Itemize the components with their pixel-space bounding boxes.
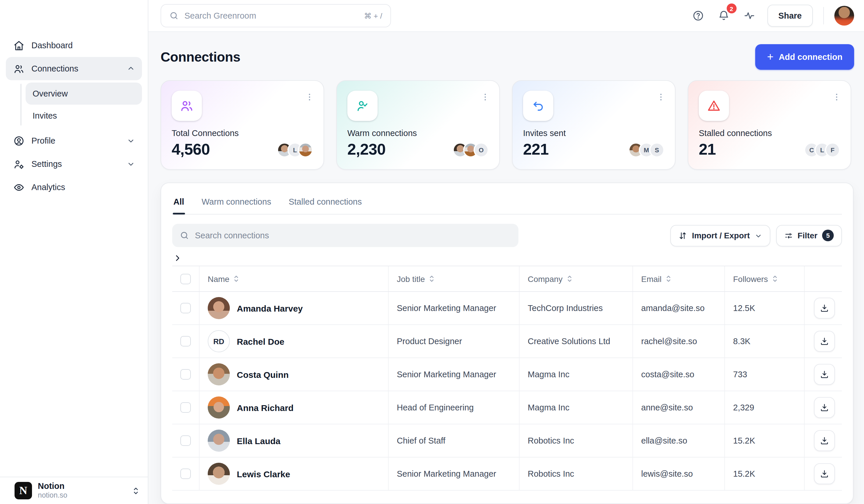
column-header-name[interactable]: Name [200,266,389,291]
download-button[interactable] [814,463,835,484]
avatar-stack: M S [628,142,664,157]
search-icon [169,11,179,20]
home-icon [13,39,24,51]
stat-card-invites-sent: Invites sent 221 M S [512,80,675,170]
connections-search-input[interactable] [195,231,511,240]
avatar [208,297,230,319]
sidebar-item-dashboard[interactable]: Dashboard [6,34,142,57]
toolbar-buttons: Import / Export Filter 5 [670,225,842,246]
undo-arrow-icon [523,91,553,121]
contact-name: Anna Richard [237,403,293,413]
contact-job: Head of Engineering [389,391,519,424]
search-icon [180,231,189,240]
filter-label: Filter [798,231,817,240]
user-gear-icon [13,158,24,170]
contact-job: Senior Marketing Manager [389,457,519,490]
column-header-followers[interactable]: Followers [725,266,805,291]
sidebar-item-connections[interactable]: Connections [6,57,142,80]
sidebar-item-label: Analytics [32,183,65,192]
sidebar-item-invites[interactable]: Invites [26,105,142,127]
download-button[interactable] [814,397,835,418]
card-menu-button[interactable] [653,89,669,105]
user-avatar[interactable] [834,6,854,26]
users-icon [13,63,24,74]
sidebar-item-label: Settings [32,159,62,169]
tab-all[interactable]: All [173,191,185,214]
contact-company: Robotics Inc [519,457,633,490]
workspace-meta: Notion notion.so [38,482,67,500]
column-header-actions [805,266,842,291]
expand-chevron-button[interactable] [172,253,183,263]
import-export-label: Import / Export [692,231,750,240]
avatar [208,430,230,452]
workspace-switcher[interactable]: N Notion notion.so [0,477,148,504]
stat-label: Warm connections [347,128,489,138]
chevron-down-icon [127,160,135,168]
activity-button[interactable] [742,8,757,23]
contact-followers: 15.2K [725,425,805,457]
column-header-company[interactable]: Company [519,266,633,291]
row-checkbox[interactable] [180,469,191,479]
card-menu-button[interactable] [477,89,493,105]
contact-name: Ella Lauda [237,436,280,445]
row-checkbox[interactable] [180,369,191,380]
chevron-up-icon [127,64,135,73]
contact-job: Product Designer [389,325,519,357]
notifications-button[interactable]: 2 [716,8,731,23]
column-header-job-title[interactable]: Job title [389,266,519,291]
contact-email: ella@site.so [633,425,725,457]
filter-button[interactable]: Filter 5 [776,225,842,246]
user-check-icon [347,91,377,121]
filter-sliders-icon [784,231,793,240]
sort-icon [233,274,239,283]
download-button[interactable] [814,364,835,385]
stat-label: Total Connections [172,128,313,138]
topbar-actions: 2 Share [690,5,854,27]
select-all-checkbox[interactable] [180,273,191,284]
row-checkbox[interactable] [180,435,191,446]
contact-email: anne@site.so [633,391,725,424]
sort-icon [665,274,671,283]
tab-stalled-connections[interactable]: Stalled connections [288,191,362,214]
notification-badge: 2 [727,3,736,13]
row-checkbox[interactable] [180,303,191,313]
global-search-input[interactable] [184,11,358,20]
chevron-down-icon [755,232,762,239]
download-button[interactable] [814,430,835,451]
avatar [208,396,230,419]
sidebar-item-overview[interactable]: Overview [26,83,142,105]
sidebar-item-profile[interactable]: Profile [6,129,142,152]
sidebar-item-settings[interactable]: Settings [6,152,142,175]
card-menu-button[interactable] [828,89,845,105]
contact-company: Creative Solutions Ltd [519,325,633,357]
sort-icon [772,274,778,283]
download-button[interactable] [814,331,835,352]
main-content: Connections + Add connection Total Conne… [148,32,864,504]
contact-email: amanda@site.so [633,292,725,324]
card-menu-button[interactable] [301,89,318,105]
sort-icon [429,274,435,283]
share-button[interactable]: Share [767,5,813,27]
tab-warm-connections[interactable]: Warm connections [201,191,272,214]
workspace-name: Notion [38,482,67,491]
stat-value: 221 [523,141,549,159]
help-button[interactable] [690,8,706,23]
contact-email: costa@site.so [633,358,725,391]
add-connection-button[interactable]: + Add connection [756,44,854,70]
unfold-chevrons-icon [132,486,140,495]
notion-logo: N [14,482,32,499]
import-export-button[interactable]: Import / Export [670,225,770,246]
avatar-stack: O [453,142,489,157]
app-window: Dashboard Connections Overview Invites [0,0,864,504]
table-collapse-row [172,250,842,266]
global-search[interactable]: ⌘ + / [160,4,391,27]
column-header-email[interactable]: Email [633,266,725,291]
sidebar-item-label: Invites [33,111,57,120]
contact-followers: 12.5K [725,292,805,324]
row-checkbox[interactable] [180,402,191,413]
connections-search[interactable] [172,224,518,247]
row-checkbox[interactable] [180,336,191,346]
sidebar-item-analytics[interactable]: Analytics [6,175,142,199]
download-button[interactable] [814,298,835,319]
table-toolbar: Import / Export Filter 5 [172,224,842,247]
